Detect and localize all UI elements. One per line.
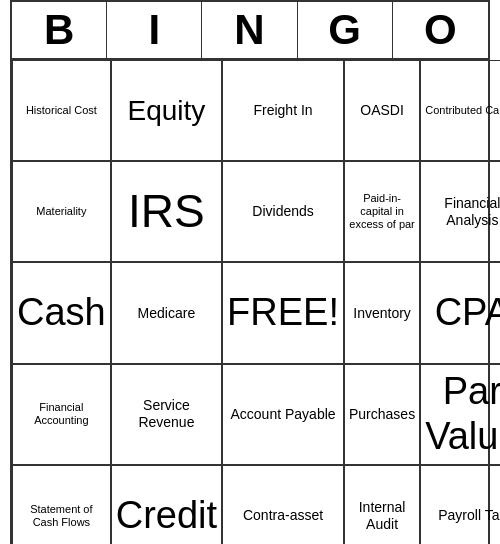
cell-r0-c3: OASDI	[344, 60, 420, 161]
cell-text-r0-c4: Contributed Capital	[425, 104, 500, 117]
cell-text-r3-c4: Par Value	[425, 369, 500, 460]
cell-text-r1-c0: Materiality	[36, 205, 86, 218]
header-letter-b: B	[12, 2, 107, 58]
cell-r1-c0: Materiality	[12, 161, 111, 262]
cell-r1-c1: IRS	[111, 161, 222, 262]
cell-r4-c3: Internal Audit	[344, 465, 420, 544]
cell-r4-c2: Contra-asset	[222, 465, 344, 544]
cell-r1-c3: Paid-in-capital in excess of par	[344, 161, 420, 262]
cell-text-r2-c2: FREE!	[227, 290, 339, 336]
cell-text-r0-c2: Freight In	[253, 102, 312, 119]
cell-r3-c2: Account Payable	[222, 364, 344, 465]
cell-text-r4-c0: Statement of Cash Flows	[17, 503, 106, 529]
cell-text-r4-c2: Contra-asset	[243, 507, 323, 524]
cell-text-r3-c1: Service Revenue	[116, 397, 217, 431]
cell-text-r2-c3: Inventory	[353, 305, 411, 322]
cell-r1-c4: Financial Analysis	[420, 161, 500, 262]
header-letter-n: N	[202, 2, 297, 58]
cell-text-r2-c0: Cash	[17, 290, 106, 336]
cell-r3-c4: Par Value	[420, 364, 500, 465]
cell-r4-c0: Statement of Cash Flows	[12, 465, 111, 544]
bingo-card: BINGO Historical CostEquityFreight InOAS…	[10, 0, 490, 544]
cell-text-r4-c3: Internal Audit	[349, 499, 415, 533]
cell-text-r0-c3: OASDI	[360, 102, 404, 119]
header-letter-g: G	[298, 2, 393, 58]
cell-text-r1-c4: Financial Analysis	[425, 195, 500, 229]
cell-r0-c1: Equity	[111, 60, 222, 161]
cell-text-r3-c2: Account Payable	[231, 406, 336, 423]
header-letter-i: I	[107, 2, 202, 58]
cell-r0-c0: Historical Cost	[12, 60, 111, 161]
cell-r3-c1: Service Revenue	[111, 364, 222, 465]
cell-r2-c1: Medicare	[111, 262, 222, 363]
cell-text-r1-c1: IRS	[128, 184, 205, 239]
cell-text-r2-c4: CPA	[435, 290, 500, 336]
cell-r3-c0: Financial Accounting	[12, 364, 111, 465]
cell-r0-c4: Contributed Capital	[420, 60, 500, 161]
cell-r3-c3: Purchases	[344, 364, 420, 465]
cell-text-r1-c2: Dividends	[252, 203, 313, 220]
bingo-grid: Historical CostEquityFreight InOASDICont…	[12, 60, 488, 544]
cell-text-r0-c0: Historical Cost	[26, 104, 97, 117]
cell-text-r3-c0: Financial Accounting	[17, 401, 106, 427]
cell-r0-c2: Freight In	[222, 60, 344, 161]
cell-r2-c0: Cash	[12, 262, 111, 363]
cell-text-r4-c1: Credit	[116, 493, 217, 539]
cell-text-r2-c1: Medicare	[138, 305, 196, 322]
cell-r1-c2: Dividends	[222, 161, 344, 262]
cell-text-r4-c4: Payroll Tax	[438, 507, 500, 524]
cell-text-r0-c1: Equity	[127, 94, 205, 128]
cell-r4-c4: Payroll Tax	[420, 465, 500, 544]
cell-r2-c2: FREE!	[222, 262, 344, 363]
cell-text-r3-c3: Purchases	[349, 406, 415, 423]
cell-text-r1-c3: Paid-in-capital in excess of par	[349, 192, 415, 232]
bingo-header: BINGO	[12, 2, 488, 60]
cell-r2-c3: Inventory	[344, 262, 420, 363]
cell-r4-c1: Credit	[111, 465, 222, 544]
cell-r2-c4: CPA	[420, 262, 500, 363]
header-letter-o: O	[393, 2, 488, 58]
